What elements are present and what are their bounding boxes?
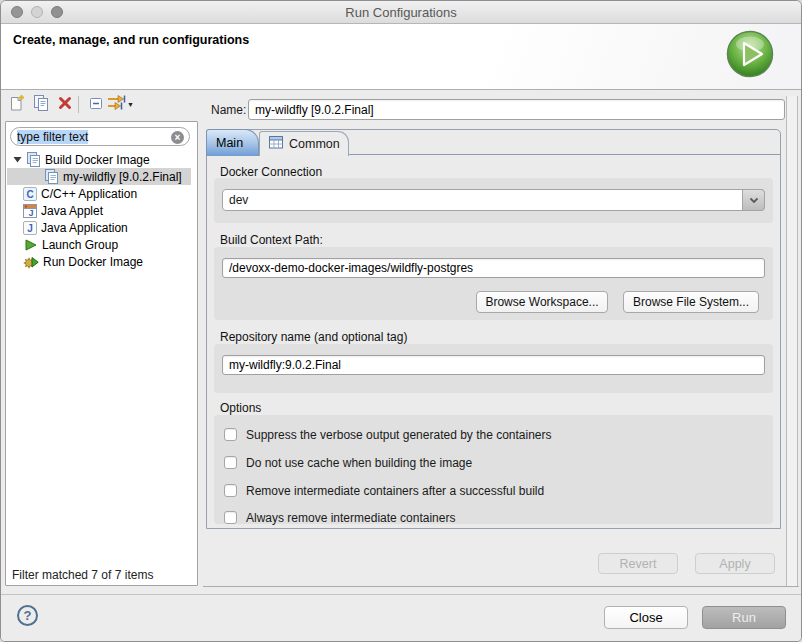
tab-main-label: Main	[216, 136, 243, 150]
apply-label: Apply	[719, 557, 750, 571]
new-configuration-icon	[8, 94, 26, 115]
help-icon: ?	[24, 608, 32, 623]
build-context-path-label: Build Context Path:	[220, 233, 323, 247]
collapse-all-button[interactable]	[85, 94, 106, 115]
filter-status-text: Filter matched 7 of 7 items	[12, 568, 153, 582]
run-button[interactable]: Run	[702, 606, 786, 629]
tree-item-label: Run Docker Image	[43, 255, 143, 269]
options-label: Options	[220, 401, 261, 415]
docker-connection-combo[interactable]: dev	[222, 189, 765, 211]
repository-name-input[interactable]	[222, 355, 765, 375]
checkbox-label: Suppress the verbose output generated by…	[246, 428, 552, 442]
suppress-verbose-checkbox[interactable]	[224, 428, 237, 441]
revert-button[interactable]: Revert	[598, 553, 678, 574]
wizard-banner: Create, manage, and run configurations	[1, 24, 801, 90]
new-configuration-button[interactable]	[6, 94, 27, 115]
c-cpp-application-icon: C	[23, 187, 37, 201]
tab-main[interactable]: Main	[206, 129, 259, 156]
tab-folder: Main Common Docker Connection dev	[206, 129, 781, 529]
close-button[interactable]: Close	[604, 606, 688, 629]
tree-item-java-application[interactable]: J Java Application	[7, 219, 191, 236]
tree-item-launch-group[interactable]: Launch Group	[7, 236, 191, 253]
java-application-icon: J	[23, 221, 37, 235]
filter-input[interactable]: type filter text ×	[10, 127, 190, 146]
build-context-group: Browse Workspace... Browse File System..…	[214, 247, 773, 320]
table-icon	[269, 136, 284, 152]
docker-connection-group: dev	[214, 178, 773, 223]
checkbox-label: Do not use cache when building the image	[246, 456, 472, 470]
run-configurations-window: Run Configurations Create, manage, and r…	[0, 0, 802, 642]
tree-item-run-docker-image[interactable]: Run Docker Image	[7, 253, 191, 270]
docker-connection-value: dev	[229, 193, 248, 207]
launch-group-icon	[23, 238, 38, 252]
tree-item-label: C/C++ Application	[41, 187, 137, 201]
dialog-footer: ? Close Run	[1, 594, 801, 642]
repository-name-label: Repository name (and optional tag)	[220, 330, 407, 344]
window-title: Run Configurations	[1, 5, 801, 20]
close-label: Close	[629, 610, 662, 625]
tree-item-label: Build Docker Image	[45, 153, 150, 167]
run-wizard-icon	[725, 29, 775, 79]
no-cache-checkbox[interactable]	[224, 456, 237, 469]
options-group: Suppress the verbose output generated by…	[214, 415, 773, 524]
filter-configurations-button[interactable]	[107, 94, 127, 115]
java-applet-icon: J	[23, 204, 37, 218]
browse-workspace-button[interactable]: Browse Workspace...	[476, 291, 608, 313]
name-label: Name:	[211, 103, 246, 117]
toolbar-separator	[78, 96, 79, 113]
always-remove-intermediate-checkbox[interactable]	[224, 511, 237, 524]
chevron-down-icon[interactable]	[742, 189, 765, 211]
panel-divider	[203, 586, 799, 587]
docker-connection-label: Docker Connection	[220, 165, 322, 179]
filter-menu-caret-icon[interactable]: ▼	[127, 101, 134, 108]
checkbox-label: Remove intermediate containers after a s…	[246, 484, 544, 498]
revert-label: Revert	[620, 557, 657, 571]
apply-button[interactable]: Apply	[695, 553, 775, 574]
tree-item-label: Java Application	[41, 221, 128, 235]
help-button[interactable]: ?	[17, 605, 38, 626]
sidebar: ▼ type filter text × Build Docker I	[1, 90, 203, 594]
duplicate-icon	[32, 94, 50, 115]
collapse-all-icon	[87, 94, 105, 115]
option-row: Suppress the verbose output generated by…	[224, 427, 552, 442]
configuration-editor: Name: Main Common Docker Connection	[203, 90, 802, 594]
option-row: Do not use cache when building the image	[224, 455, 472, 470]
svg-text:C: C	[26, 188, 33, 199]
tree-item-label: Launch Group	[42, 238, 118, 252]
title-bar: Run Configurations	[1, 1, 801, 24]
name-input[interactable]	[248, 99, 785, 120]
filter-icon	[107, 94, 127, 115]
remove-intermediate-on-success-checkbox[interactable]	[224, 484, 237, 497]
option-row: Always remove intermediate containers	[224, 510, 455, 525]
option-row: Remove intermediate containers after a s…	[224, 483, 544, 498]
checkbox-label: Always remove intermediate containers	[246, 511, 455, 525]
tree-item-my-wildfly[interactable]: my-wildfly [9.0.2.Final]	[7, 168, 191, 185]
repository-group	[214, 344, 773, 393]
browse-file-system-label: Browse File System...	[633, 295, 749, 309]
clear-filter-icon[interactable]: ×	[171, 131, 184, 144]
browse-workspace-label: Browse Workspace...	[485, 295, 598, 309]
tree-item-java-applet[interactable]: J Java Applet	[7, 202, 191, 219]
tab-common-label: Common	[289, 137, 340, 151]
run-docker-image-icon	[23, 254, 39, 270]
tab-common[interactable]: Common	[259, 131, 349, 156]
tree-item-c-cpp-application[interactable]: C C/C++ Application	[7, 185, 191, 202]
svg-text:J: J	[28, 208, 33, 218]
build-context-path-input[interactable]	[222, 258, 765, 278]
build-docker-image-icon	[26, 152, 41, 168]
delete-icon	[56, 94, 74, 115]
filter-text: type filter text	[17, 130, 88, 144]
browse-file-system-button[interactable]: Browse File System...	[623, 291, 759, 313]
banner-title: Create, manage, and run configurations	[13, 33, 249, 47]
tree-item-label: Java Applet	[41, 204, 103, 218]
tree-item-build-docker-image[interactable]: Build Docker Image	[7, 151, 191, 168]
svg-text:J: J	[27, 222, 33, 233]
run-label: Run	[732, 610, 756, 625]
configurations-panel: type filter text × Build Docker Image	[5, 121, 198, 586]
tree-item-label: my-wildfly [9.0.2.Final]	[63, 170, 182, 184]
delete-configuration-button[interactable]	[54, 94, 75, 115]
vertical-scrollbar[interactable]	[786, 96, 798, 586]
expand-collapse-icon[interactable]	[12, 155, 22, 164]
build-docker-image-icon	[44, 169, 59, 185]
duplicate-configuration-button[interactable]	[30, 94, 51, 115]
